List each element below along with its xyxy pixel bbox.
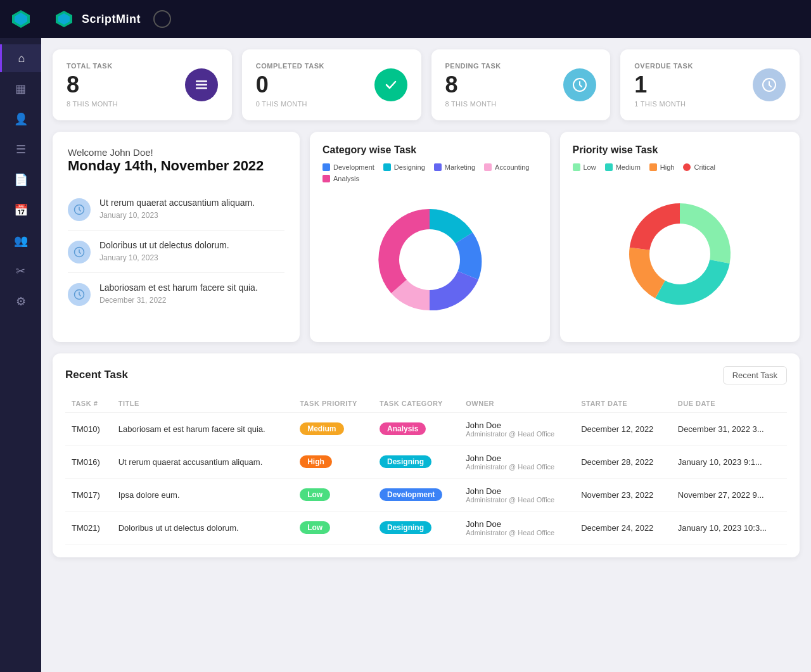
welcome-card: Welcome John Doe! Monday 14th, November … (53, 132, 300, 342)
legend-item-high: High (649, 163, 675, 171)
priority-badge-2: Low (300, 488, 330, 501)
legend-dot-analysis (322, 175, 330, 182)
col-category: TASK CATEGORY (373, 395, 459, 413)
task-text-2: Doloribus ut ut delectus dolorum. (99, 239, 229, 252)
welcome-task-1: Ut rerum quaerat accusantium aliquam. Ja… (68, 188, 284, 231)
cell-due-1: January 10, 2023 9:1... (672, 445, 787, 478)
stat-icon-completed (374, 68, 407, 101)
priority-badge-3: Low (300, 521, 330, 534)
tools-icon: ✂ (16, 264, 25, 278)
sidebar-item-reports[interactable]: 📄 (0, 166, 41, 194)
cell-task-num-1: TM016) (65, 445, 112, 478)
sidebar-item-tasks[interactable]: ☰ (0, 136, 41, 163)
legend-item-accounting: Accounting (484, 163, 529, 171)
recent-task-header: Recent Task Recent Task (65, 366, 787, 384)
topbar: ScriptMint (41, 0, 811, 38)
stat-value-completed: 0 (256, 72, 324, 98)
priority-chart-card: Priority wise Task Low Medium High (560, 132, 800, 342)
reports-icon: 📄 (14, 173, 28, 187)
owner-name-1: John Doe (466, 453, 568, 463)
category-chart-card: Category wise Task Development Designing… (310, 132, 550, 342)
stat-value-overdue: 1 (634, 72, 693, 98)
stat-card-overdue: OVERDUE TASK 1 1 THIS MONTH (620, 49, 800, 120)
welcome-greeting: Welcome John Doe! (68, 147, 284, 158)
category-donut-chart (360, 190, 499, 329)
task-clock-icon-1 (68, 198, 91, 221)
sidebar-nav: ⌂ ▦ 👤 ☰ 📄 📅 👥 ✂ ⚙ (0, 44, 41, 315)
topbar-logo-icon (54, 9, 74, 29)
stat-icon-overdue (753, 68, 786, 101)
cell-task-num-2: TM017) (65, 478, 112, 511)
cell-owner-2: John Doe Administrator @ Head Office (459, 478, 575, 511)
calendar-icon: 📅 (14, 203, 28, 217)
stats-row: TOTAL TASK 8 8 THIS MONTH COMPLETED TASK… (53, 49, 800, 120)
recent-task-card: Recent Task Recent Task TASK # TITLE TAS… (53, 353, 800, 557)
stat-card-total: TOTAL TASK 8 8 THIS MONTH (53, 49, 232, 120)
sidebar-item-users[interactable]: 👤 (0, 105, 41, 133)
table-row: TM017) Ipsa dolore eum. Low Development … (65, 478, 787, 511)
legend-dot-marketing (434, 163, 442, 171)
svg-rect-4 (196, 80, 207, 82)
category-chart-area (322, 190, 537, 329)
svg-rect-5 (196, 84, 207, 86)
legend-dot-medium (605, 163, 613, 171)
cell-start-2: November 23, 2022 (575, 478, 672, 511)
cell-due-0: December 31, 2022 3... (672, 412, 787, 445)
sidebar: ⌂ ▦ 👤 ☰ 📄 📅 👥 ✂ ⚙ (0, 0, 41, 672)
cell-title-0: Laboriosam et est harum facere sit quia. (112, 412, 294, 445)
cell-owner-0: John Doe Administrator @ Head Office (459, 412, 575, 445)
table-row: TM016) Ut rerum quaerat accusantium aliq… (65, 445, 787, 478)
main-content: ScriptMint TOTAL TASK 8 8 THIS MONTH COM… (41, 0, 811, 672)
stat-card-pending: PENDING TASK 8 8 THIS MONTH (431, 49, 611, 120)
cell-category-0: Analysis (373, 412, 459, 445)
table-header: TASK # TITLE TASK PRIORITY TASK CATEGORY… (65, 395, 787, 413)
category-chart-title: Category wise Task (322, 144, 537, 156)
sidebar-item-tools[interactable]: ✂ (0, 257, 41, 285)
stat-sub-completed: 0 THIS MONTH (256, 100, 324, 108)
stat-label-total: TOTAL TASK (67, 62, 118, 70)
recent-task-tab-button[interactable]: Recent Task (723, 366, 787, 384)
sidebar-item-settings[interactable]: ⚙ (0, 288, 41, 315)
cell-task-num-3: TM021) (65, 511, 112, 544)
category-badge-0: Analysis (380, 422, 426, 435)
stat-label-completed: COMPLETED TASK (256, 62, 324, 70)
stat-value-total: 8 (67, 72, 118, 98)
stat-sub-total: 8 THIS MONTH (67, 100, 118, 108)
legend-dot-low (573, 163, 580, 171)
col-priority: TASK PRIORITY (293, 395, 373, 413)
sidebar-item-home[interactable]: ⌂ (0, 44, 41, 72)
dashboard-icon: ▦ (15, 82, 26, 96)
sidebar-item-calendar[interactable]: 📅 (0, 196, 41, 224)
task-date-3: December 31, 2022 (99, 296, 258, 305)
task-clock-icon-3 (68, 283, 91, 306)
app-name: ScriptMint (82, 13, 141, 26)
users-icon: 👤 (14, 112, 28, 126)
task-text-1: Ut rerum quaerat accusantium aliquam. (99, 197, 255, 210)
welcome-date: Monday 14th, November 2022 (68, 158, 284, 174)
tasks-icon: ☰ (16, 143, 26, 156)
welcome-task-2: Doloribus ut ut delectus dolorum. Januar… (68, 231, 284, 273)
stat-info-completed: COMPLETED TASK 0 0 THIS MONTH (256, 62, 324, 108)
task-text-3: Laboriosam et est harum facere sit quia. (99, 282, 258, 295)
stat-label-overdue: OVERDUE TASK (634, 62, 693, 70)
legend-item-marketing: Marketing (434, 163, 475, 171)
stat-info-pending: PENDING TASK 8 8 THIS MONTH (445, 62, 501, 108)
sidebar-item-team[interactable]: 👥 (0, 227, 41, 255)
cell-priority-0: Medium (293, 412, 373, 445)
legend-dot-designing (383, 163, 391, 171)
cell-priority-3: Low (293, 511, 373, 544)
priority-badge-0: Medium (300, 422, 343, 435)
stat-icon-pending (563, 68, 596, 101)
cell-owner-1: John Doe Administrator @ Head Office (459, 445, 575, 478)
sidebar-item-dashboard[interactable]: ▦ (0, 75, 41, 103)
col-task-num: TASK # (65, 395, 112, 413)
col-owner: OWNER (459, 395, 575, 413)
stat-sub-pending: 8 THIS MONTH (445, 100, 501, 108)
owner-sub-1: Administrator @ Head Office (466, 463, 568, 471)
cell-start-3: December 24, 2022 (575, 511, 672, 544)
task-date-1: January 10, 2023 (99, 211, 255, 220)
cell-title-1: Ut rerum quaerat accusantium aliquam. (112, 445, 294, 478)
stat-info-total: TOTAL TASK 8 8 THIS MONTH (67, 62, 118, 108)
middle-row: Welcome John Doe! Monday 14th, November … (53, 132, 800, 342)
task-clock-icon-2 (68, 241, 91, 263)
